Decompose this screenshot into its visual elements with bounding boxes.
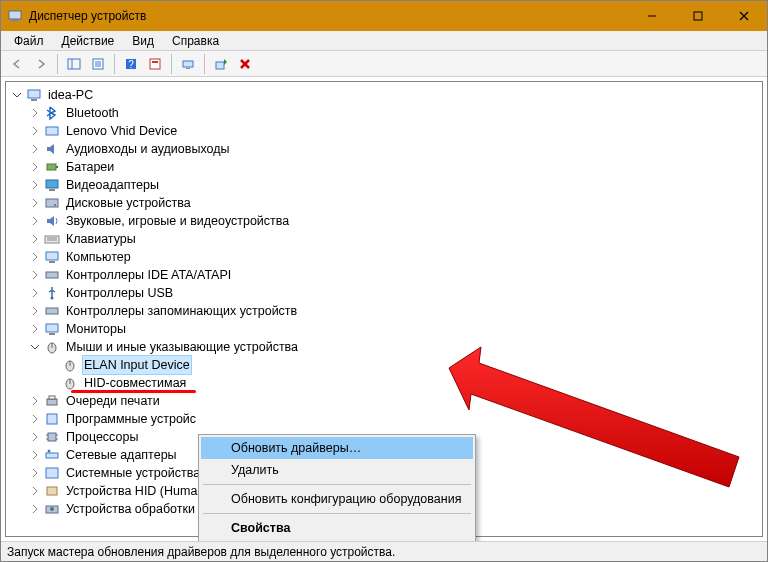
tree-label: Аудиовходы и аудиовыходы <box>64 140 231 158</box>
ctx-label: Обновить конфигурацию оборудования <box>231 492 461 506</box>
tree-label: idea-PC <box>46 86 95 104</box>
mouse-icon <box>62 375 78 391</box>
svg-rect-28 <box>46 199 58 207</box>
window-title: Диспетчер устройств <box>29 9 146 23</box>
tree-root[interactable]: idea-PC <box>10 86 762 104</box>
toggle-icon[interactable] <box>28 214 42 228</box>
ctx-refresh-hw[interactable]: Обновить конфигурацию оборудования <box>201 488 473 510</box>
ctx-label: Обновить драйверы… <box>231 441 361 455</box>
action-center-button[interactable] <box>144 53 166 75</box>
toggle-icon[interactable] <box>28 124 42 138</box>
toggle-icon[interactable] <box>28 448 42 462</box>
toggle-icon[interactable] <box>28 394 42 408</box>
toggle-icon[interactable] <box>28 286 42 300</box>
tree-item[interactable]: Lenovo Vhid Device <box>10 122 762 140</box>
tree-label: Мониторы <box>64 320 128 338</box>
toggle-icon[interactable] <box>28 250 42 264</box>
svg-rect-47 <box>49 396 55 399</box>
toggle-icon[interactable] <box>28 196 42 210</box>
toggle-icon[interactable] <box>28 304 42 318</box>
svg-rect-21 <box>28 90 40 98</box>
nav-forward-button[interactable] <box>30 53 52 75</box>
tree-item[interactable]: Контроллеры IDE ATA/ATAPI <box>10 266 762 284</box>
annotation-underline <box>71 390 196 393</box>
svg-rect-23 <box>46 127 58 135</box>
tree-item[interactable]: Видеоадаптеры <box>10 176 762 194</box>
tree-item[interactable]: Очереди печати <box>10 392 762 410</box>
tree-item[interactable]: Дисковые устройства <box>10 194 762 212</box>
update-driver-button[interactable] <box>210 53 232 75</box>
tree-item[interactable]: Клавиатуры <box>10 230 762 248</box>
toggle-icon[interactable] <box>28 268 42 282</box>
menu-help[interactable]: Справка <box>163 32 228 50</box>
uninstall-button[interactable] <box>234 53 256 75</box>
toggle-icon[interactable] <box>28 484 42 498</box>
software-icon <box>44 411 60 427</box>
tree-label: Клавиатуры <box>64 230 138 248</box>
svg-rect-33 <box>46 252 58 260</box>
computer-icon <box>26 87 42 103</box>
toggle-icon[interactable] <box>28 412 42 426</box>
properties-button[interactable] <box>87 53 109 75</box>
tree-label: Дисковые устройства <box>64 194 193 212</box>
tree-label: Мыши и иные указывающие устройства <box>64 338 300 356</box>
svg-rect-49 <box>48 433 56 441</box>
toggle-icon[interactable] <box>28 340 42 354</box>
toggle-icon[interactable] <box>28 502 42 516</box>
tree-item-mice[interactable]: Мыши и иные указывающие устройства <box>10 338 762 356</box>
svg-rect-16 <box>183 61 193 67</box>
help-button[interactable]: ? <box>120 53 142 75</box>
toggle-icon[interactable] <box>28 106 42 120</box>
tree-item[interactable]: Звуковые, игровые и видеоустройства <box>10 212 762 230</box>
ctx-separator <box>203 513 471 514</box>
tree-item[interactable]: Батареи <box>10 158 762 176</box>
scan-hardware-button[interactable] <box>177 53 199 75</box>
app-icon <box>7 8 23 24</box>
toggle-icon[interactable] <box>28 178 42 192</box>
svg-rect-56 <box>46 468 58 478</box>
ctx-delete[interactable]: Удалить <box>201 459 473 481</box>
menu-view[interactable]: Вид <box>123 32 163 50</box>
toggle-icon[interactable] <box>28 322 42 336</box>
toggle-icon[interactable] <box>10 88 24 102</box>
main-area: idea-PC Bluetooth Lenovo Vhid Device Ауд… <box>1 77 767 541</box>
nav-back-button[interactable] <box>6 53 28 75</box>
tree-item[interactable]: Контроллеры запоминающих устройств <box>10 302 762 320</box>
toggle-icon[interactable] <box>28 232 42 246</box>
battery-icon <box>44 159 60 175</box>
menu-file[interactable]: Файл <box>5 32 53 50</box>
tree-item[interactable]: Мониторы <box>10 320 762 338</box>
imaging-icon <box>44 501 60 517</box>
tree-child-elan[interactable]: ELAN Input Device <box>10 356 762 374</box>
toggle-icon[interactable] <box>28 142 42 156</box>
svg-text:?: ? <box>128 59 134 70</box>
toggle-icon[interactable] <box>28 466 42 480</box>
svg-rect-27 <box>49 189 55 191</box>
maximize-button[interactable] <box>675 1 721 31</box>
ctx-properties[interactable]: Свойства <box>201 517 473 539</box>
tree-label: Программные устройс <box>64 410 198 428</box>
hid-icon <box>44 483 60 499</box>
tree-item[interactable]: Компьютер <box>10 248 762 266</box>
tree-label: Видеоадаптеры <box>64 176 161 194</box>
toggle-icon[interactable] <box>28 160 42 174</box>
svg-point-29 <box>54 204 56 206</box>
tree-item-bluetooth[interactable]: Bluetooth <box>10 104 762 122</box>
tree-item[interactable]: Контроллеры USB <box>10 284 762 302</box>
show-hide-tree-button[interactable] <box>63 53 85 75</box>
svg-rect-24 <box>47 164 56 170</box>
toolbar: ? <box>1 51 767 77</box>
tree-label: Контроллеры запоминающих устройств <box>64 302 299 320</box>
svg-rect-18 <box>216 62 224 69</box>
menu-action[interactable]: Действие <box>53 32 124 50</box>
tree-item[interactable]: Аудиовходы и аудиовыходы <box>10 140 762 158</box>
close-button[interactable] <box>721 1 767 31</box>
svg-rect-6 <box>68 59 80 69</box>
tree-item[interactable]: Программные устройс <box>10 410 762 428</box>
device-manager-window: Диспетчер устройств Файл Действие Вид Сп… <box>0 0 768 562</box>
minimize-button[interactable] <box>629 1 675 31</box>
tree-label: Очереди печати <box>64 392 162 410</box>
controller-icon <box>44 267 60 283</box>
ctx-update-drivers[interactable]: Обновить драйверы… <box>201 437 473 459</box>
toggle-icon[interactable] <box>28 430 42 444</box>
